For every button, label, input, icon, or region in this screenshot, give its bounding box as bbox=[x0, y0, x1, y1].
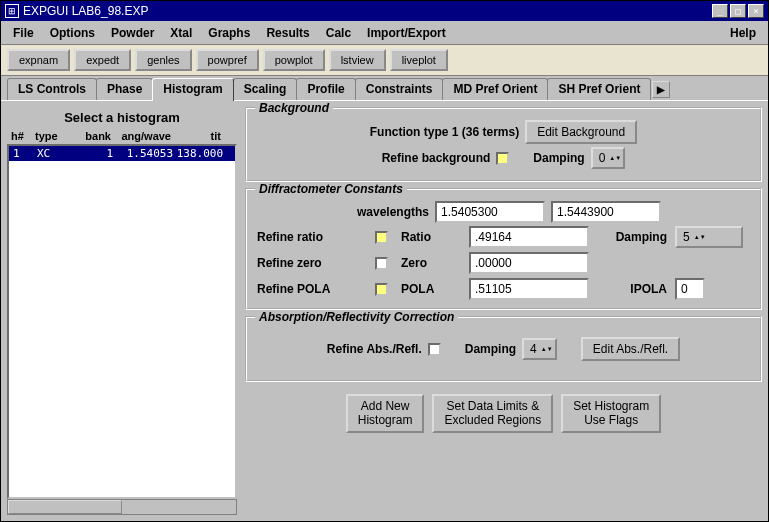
absorption-group: Absorption/Reflectivity Correction Refin… bbox=[245, 316, 762, 382]
ipola-input[interactable] bbox=[675, 278, 705, 300]
zero-label: Zero bbox=[401, 256, 461, 270]
menu-graphs[interactable]: Graphs bbox=[200, 24, 258, 42]
refine-zero-checkbox[interactable] bbox=[375, 257, 388, 270]
menu-xtal[interactable]: Xtal bbox=[162, 24, 200, 42]
col-type: type bbox=[35, 130, 73, 142]
titlebar-buttons: _ □ × bbox=[712, 4, 764, 18]
pola-input[interactable] bbox=[469, 278, 589, 300]
app-window: ⊞ EXPGUI LAB6_98.EXP _ □ × File Options … bbox=[0, 0, 769, 522]
menu-file[interactable]: File bbox=[5, 24, 42, 42]
tab-histogram[interactable]: Histogram bbox=[152, 78, 233, 101]
bg-damping-label: Damping bbox=[533, 151, 584, 165]
tab-constraints[interactable]: Constraints bbox=[355, 78, 444, 100]
refine-pola-label: Refine POLA bbox=[257, 282, 367, 296]
maximize-button[interactable]: □ bbox=[730, 4, 746, 18]
refine-ratio-label: Refine ratio bbox=[257, 230, 367, 244]
wavelength2-input[interactable] bbox=[551, 201, 661, 223]
refine-zero-label: Refine zero bbox=[257, 256, 367, 270]
background-group: Background Function type 1 (36 terms) Ed… bbox=[245, 107, 762, 182]
absorp-legend: Absorption/Reflectivity Correction bbox=[255, 310, 458, 324]
toolbar: expnam expedt genles powpref powplot lst… bbox=[1, 45, 768, 76]
set-use-flags-button[interactable]: Set Histogram Use Flags bbox=[561, 394, 661, 433]
tool-expedt[interactable]: expedt bbox=[74, 49, 131, 71]
scrollbar-thumb[interactable] bbox=[8, 500, 122, 514]
background-legend: Background bbox=[255, 101, 333, 115]
spinner-arrows-icon: ▲▼ bbox=[694, 235, 702, 240]
settings-panel: Background Function type 1 (36 terms) Ed… bbox=[245, 107, 762, 515]
close-button[interactable]: × bbox=[748, 4, 764, 18]
diff-damping-spinner[interactable]: 5 ▲▼ bbox=[675, 226, 743, 248]
spinner-arrows-icon: ▲▼ bbox=[609, 156, 617, 161]
histogram-list[interactable]: 1 XC 1 1.54053 138.000 bbox=[7, 144, 237, 499]
tool-powpref[interactable]: powpref bbox=[196, 49, 259, 71]
tool-liveplot[interactable]: liveplot bbox=[390, 49, 448, 71]
tab-ls-controls[interactable]: LS Controls bbox=[7, 78, 97, 100]
wavelengths-label: wavelengths bbox=[357, 205, 429, 219]
tab-phase[interactable]: Phase bbox=[96, 78, 153, 100]
ratio-input[interactable] bbox=[469, 226, 589, 248]
col-h: h# bbox=[11, 130, 35, 142]
tool-powplot[interactable]: powplot bbox=[263, 49, 325, 71]
menu-calc[interactable]: Calc bbox=[318, 24, 359, 42]
pola-label: POLA bbox=[401, 282, 461, 296]
tab-scaling[interactable]: Scaling bbox=[233, 78, 298, 100]
tabbar: LS Controls Phase Histogram Scaling Prof… bbox=[1, 78, 768, 100]
col-tit: tit bbox=[171, 130, 221, 142]
abs-damping-spinner[interactable]: 4 ▲▼ bbox=[522, 338, 557, 360]
tab-content: Select a histogram h# type bank ang/wave… bbox=[1, 100, 768, 521]
add-histogram-button[interactable]: Add New Histogram bbox=[346, 394, 425, 433]
menu-powder[interactable]: Powder bbox=[103, 24, 162, 42]
diff-legend: Diffractometer Constants bbox=[255, 182, 407, 196]
bg-damping-spinner[interactable]: 0 ▲▼ bbox=[591, 147, 626, 169]
histogram-scrollbar[interactable] bbox=[7, 499, 237, 515]
tab-scroll-right-icon[interactable]: ▶ bbox=[652, 81, 670, 98]
wavelength1-input[interactable] bbox=[435, 201, 545, 223]
diffractometer-group: Diffractometer Constants wavelengths Ref… bbox=[245, 188, 762, 310]
ratio-label: Ratio bbox=[401, 230, 461, 244]
col-bank: bank bbox=[73, 130, 111, 142]
spinner-arrows-icon: ▲▼ bbox=[541, 347, 549, 352]
refine-background-checkbox[interactable] bbox=[496, 152, 509, 165]
tool-genles[interactable]: genles bbox=[135, 49, 191, 71]
bottom-button-row: Add New Histogram Set Data Limits & Excl… bbox=[245, 388, 762, 433]
minimize-button[interactable]: _ bbox=[712, 4, 728, 18]
abs-damping-label: Damping bbox=[465, 342, 516, 356]
tab-sh-pref-orient[interactable]: SH Pref Orient bbox=[547, 78, 651, 100]
tab-profile[interactable]: Profile bbox=[296, 78, 355, 100]
edit-background-button[interactable]: Edit Background bbox=[525, 120, 637, 144]
diff-damping-label: Damping bbox=[597, 230, 667, 244]
refine-abs-checkbox[interactable] bbox=[428, 343, 441, 356]
refine-abs-label: Refine Abs./Refl. bbox=[327, 342, 422, 356]
histogram-list-header: h# type bank ang/wave tit bbox=[7, 128, 237, 144]
set-data-limits-button[interactable]: Set Data Limits & Excluded Regions bbox=[432, 394, 553, 433]
histogram-list-title: Select a histogram bbox=[7, 107, 237, 128]
refine-pola-checkbox[interactable] bbox=[375, 283, 388, 296]
menu-import-export[interactable]: Import/Export bbox=[359, 24, 454, 42]
ipola-label: IPOLA bbox=[597, 282, 667, 296]
refine-ratio-checkbox[interactable] bbox=[375, 231, 388, 244]
list-item[interactable]: 1 XC 1 1.54053 138.000 bbox=[9, 146, 235, 161]
zero-input[interactable] bbox=[469, 252, 589, 274]
function-type-label: Function type 1 (36 terms) bbox=[370, 125, 519, 139]
titlebar: ⊞ EXPGUI LAB6_98.EXP _ □ × bbox=[1, 1, 768, 21]
col-angwave: ang/wave bbox=[111, 130, 171, 142]
tool-lstview[interactable]: lstview bbox=[329, 49, 386, 71]
menu-results[interactable]: Results bbox=[258, 24, 317, 42]
menubar: File Options Powder Xtal Graphs Results … bbox=[1, 21, 768, 45]
histogram-list-panel: Select a histogram h# type bank ang/wave… bbox=[7, 107, 237, 515]
tab-md-pref-orient[interactable]: MD Pref Orient bbox=[442, 78, 548, 100]
refine-background-label: Refine background bbox=[382, 151, 491, 165]
edit-abs-button[interactable]: Edit Abs./Refl. bbox=[581, 337, 680, 361]
menu-options[interactable]: Options bbox=[42, 24, 103, 42]
tool-expnam[interactable]: expnam bbox=[7, 49, 70, 71]
titlebar-text: EXPGUI LAB6_98.EXP bbox=[23, 4, 712, 18]
menu-help[interactable]: Help bbox=[722, 24, 764, 42]
app-icon: ⊞ bbox=[5, 4, 19, 18]
